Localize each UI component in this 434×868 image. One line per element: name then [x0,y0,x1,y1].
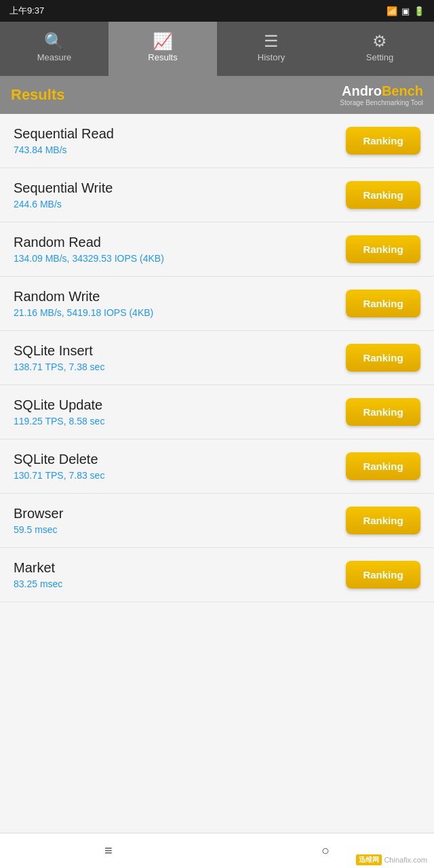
result-name: Random Write [14,289,153,304]
ranking-button[interactable]: Ranking [346,561,420,589]
signal-icon: ▣ [401,6,410,16]
results-header: Results AndroBench Storage Benchmarking … [0,76,434,114]
brand-bench: Bench [382,83,423,98]
result-item: Random Write 21.16 MB/s, 5419.18 IOPS (4… [0,277,434,331]
result-name: Browser [14,506,63,521]
tab-bar: 🔍 Measure 📈 Results ☰ History ⚙ Setting [0,22,434,76]
status-time: 上午9:37 [9,5,44,17]
brand-area: AndroBench Storage Benchmarking Tool [337,83,423,106]
result-item: Sequential Read 743.84 MB/s Ranking [0,114,434,168]
menu-icon[interactable]: ≡ [104,843,113,859]
result-info: SQLite Update 119.25 TPS, 8.58 sec [14,397,104,427]
result-value: 743.84 MB/s [14,144,114,155]
tab-results[interactable]: 📈 Results [108,22,217,76]
result-value: 21.16 MB/s, 5419.18 IOPS (4KB) [14,307,153,318]
result-value: 134.09 MB/s, 34329.53 IOPS (4KB) [14,253,164,264]
result-value: 244.6 MB/s [14,199,113,210]
tab-setting[interactable]: ⚙ Setting [326,22,434,76]
battery-icon: 🔋 [414,6,425,16]
results-list: Sequential Read 743.84 MB/s Ranking Sequ… [0,114,434,833]
result-name: Random Read [14,235,164,250]
tab-setting-label: Setting [366,52,393,62]
ranking-button[interactable]: Ranking [346,127,420,155]
result-item: Random Read 134.09 MB/s, 34329.53 IOPS (… [0,222,434,277]
ranking-button[interactable]: Ranking [346,344,420,372]
result-item: SQLite Update 119.25 TPS, 8.58 sec Ranki… [0,385,434,439]
brand-subtitle: Storage Benchmarking Tool [340,99,423,106]
setting-icon: ⚙ [372,33,387,50]
result-name: SQLite Update [14,397,104,413]
ranking-button[interactable]: Ranking [346,181,420,209]
result-item: SQLite Insert 138.71 TPS, 7.38 sec Ranki… [0,331,434,385]
result-item: Sequential Write 244.6 MB/s Ranking [0,168,434,222]
result-info: SQLite Insert 138.71 TPS, 7.38 sec [14,343,104,372]
measure-icon: 🔍 [44,33,64,50]
result-name: SQLite Insert [14,343,104,359]
tab-history[interactable]: ☰ History [217,22,326,76]
tab-measure[interactable]: 🔍 Measure [0,22,108,76]
tab-measure-label: Measure [37,52,72,62]
status-icons: 📶 ▣ 🔋 [387,6,425,16]
brand-name: AndroBench [342,83,423,99]
watermark-site: Chinafix.com [384,856,427,864]
result-item: Market 83.25 msec Ranking [0,548,434,602]
status-bar: 上午9:37 📶 ▣ 🔋 [0,0,434,22]
ranking-button[interactable]: Ranking [346,235,420,263]
result-value: 130.71 TPS, 7.83 sec [14,470,104,481]
home-icon[interactable]: ○ [321,843,330,859]
result-item: SQLite Delete 130.71 TPS, 7.83 sec Ranki… [0,439,434,494]
brand-andro: Andro [342,83,382,98]
result-info: Random Read 134.09 MB/s, 34329.53 IOPS (… [14,235,164,264]
result-value: 119.25 TPS, 8.58 sec [14,416,104,427]
result-item: Browser 59.5 msec Ranking [0,494,434,548]
ranking-button[interactable]: Ranking [346,398,420,426]
bottom-nav: ≡ ○ 迅维网 Chinafix.com [0,833,434,868]
result-name: SQLite Delete [14,452,104,467]
result-info: Browser 59.5 msec [14,506,63,535]
brand-logo-row: AndroBench [337,83,423,99]
result-info: Sequential Write 244.6 MB/s [14,180,113,210]
ranking-button[interactable]: Ranking [346,290,420,317]
tab-results-label: Results [148,52,177,62]
ranking-button[interactable]: Ranking [346,507,420,534]
watermark-logo: 迅维网 [356,854,382,865]
ranking-button[interactable]: Ranking [346,452,420,480]
result-info: SQLite Delete 130.71 TPS, 7.83 sec [14,452,104,481]
result-name: Sequential Write [14,180,113,196]
results-heading: Results [11,86,64,104]
result-value: 83.25 msec [14,578,62,589]
result-name: Sequential Read [14,126,114,142]
results-icon: 📈 [153,33,173,50]
tab-history-label: History [258,52,285,62]
wifi-icon: 📶 [387,6,397,16]
history-icon: ☰ [264,33,279,50]
result-value: 138.71 TPS, 7.38 sec [14,361,104,372]
result-info: Sequential Read 743.84 MB/s [14,126,114,155]
watermark: 迅维网 Chinafix.com [356,854,427,865]
result-value: 59.5 msec [14,524,63,535]
result-info: Market 83.25 msec [14,560,62,589]
result-name: Market [14,560,62,576]
result-info: Random Write 21.16 MB/s, 5419.18 IOPS (4… [14,289,153,318]
